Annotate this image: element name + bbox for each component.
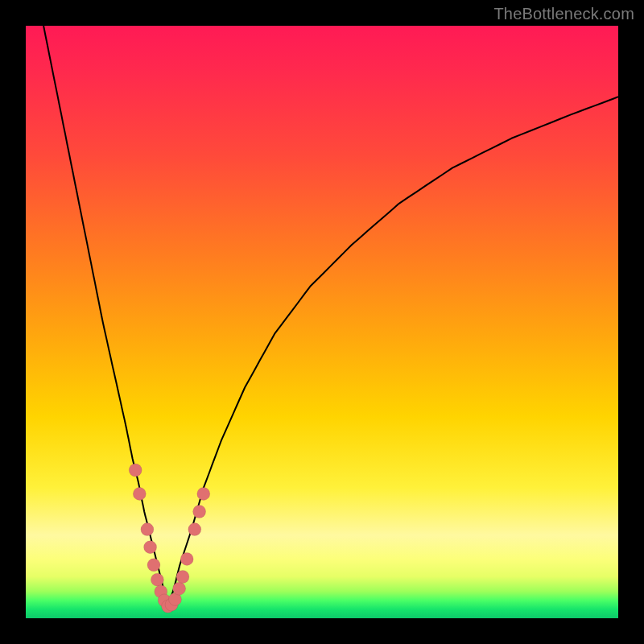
marker-point [193, 506, 206, 518]
marker-point [129, 464, 142, 477]
marker-point [197, 487, 210, 500]
marker-point [147, 559, 160, 572]
marker-point [176, 571, 189, 584]
plot-area [26, 26, 618, 618]
curve-layer [26, 26, 618, 618]
marker-point [151, 573, 163, 586]
chart-container: TheBottleneck.com [0, 0, 644, 644]
marker-point [133, 487, 146, 500]
watermark-text: TheBottleneck.com [493, 5, 634, 23]
marker-point [173, 582, 186, 595]
curve-left-branch [43, 26, 168, 606]
marker-point [188, 523, 201, 536]
marker-point [180, 552, 193, 565]
marker-point [141, 523, 154, 536]
marker-point [144, 541, 157, 554]
curve-right-branch [168, 97, 618, 606]
marker-group [129, 464, 210, 613]
